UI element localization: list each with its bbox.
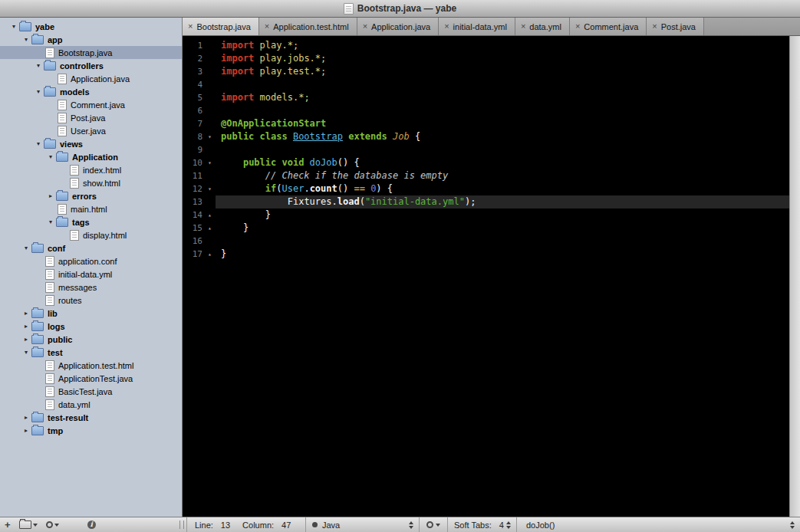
tab-Application.test.html[interactable]: ×Application.test.html [259, 18, 357, 35]
disclosure-open-icon[interactable]: ▾ [46, 150, 55, 163]
code-line-6[interactable]: 6 [183, 104, 789, 117]
disclosure-open-icon[interactable]: ▾ [21, 241, 31, 255]
code-line-9[interactable]: 9 [183, 143, 789, 156]
tab-close-icon[interactable]: × [363, 22, 367, 31]
tree-folder-yabe[interactable]: ▾yabe [0, 20, 182, 33]
symbol-popup[interactable]: doJob() [516, 517, 800, 532]
tab-Comment.java[interactable]: ×Comment.java [570, 18, 647, 35]
tree-folder-test-result[interactable]: ▸test-result [0, 411, 182, 424]
tab-Bootstrap.java[interactable]: ×Bootstrap.java [183, 18, 259, 35]
code-line-11[interactable]: 11 // Check if the database is empty [183, 169, 789, 182]
code-token: () { [337, 157, 360, 168]
disclosure-open-icon[interactable]: ▾ [21, 33, 31, 46]
disclosure-open-icon[interactable]: ▾ [46, 215, 55, 228]
tree-file-Comment.java[interactable]: Comment.java [0, 98, 182, 111]
tree-item-label: Application [72, 153, 118, 162]
actions-menu-button[interactable] [46, 521, 59, 528]
disclosure-closed-icon[interactable]: ▸ [21, 411, 31, 424]
tree-file-User.java[interactable]: User.java [0, 124, 182, 137]
code-line-1[interactable]: 1import play.*; [183, 39, 789, 52]
code-area[interactable]: 1import play.*;2import play.jobs.*;3impo… [183, 36, 789, 517]
disclosure-closed-icon[interactable]: ▸ [46, 189, 55, 202]
code-token: play.jobs.*; [254, 53, 326, 64]
tree-file-ApplicationTest.java[interactable]: ApplicationTest.java [0, 372, 182, 385]
tree-file-messages[interactable]: messages [0, 281, 182, 294]
disclosure-open-icon[interactable]: ▾ [9, 20, 18, 33]
tree-folder-models[interactable]: ▾models [0, 85, 182, 98]
tree-file-data.yml[interactable]: data.yml [0, 398, 182, 411]
tree-folder-lib[interactable]: ▸lib [0, 307, 182, 320]
language-popup[interactable]: Java [305, 517, 419, 532]
drawer-resize-handle[interactable] [176, 517, 186, 532]
tree-file-main.html[interactable]: main.html [0, 202, 182, 215]
code-line-10[interactable]: 10▾ public void doJob() { [183, 156, 789, 169]
disclosure-open-icon[interactable]: ▾ [34, 85, 43, 98]
tab-close-icon[interactable]: × [188, 22, 193, 31]
tree-folder-logs[interactable]: ▸logs [0, 320, 182, 333]
code-line-17[interactable]: 17▴} [183, 248, 789, 261]
tab-Application.java[interactable]: ×Application.java [357, 18, 440, 35]
tab-close-icon[interactable]: × [265, 22, 269, 31]
fold-down-icon: ▾ [204, 182, 216, 195]
disclosure-open-icon[interactable]: ▾ [34, 137, 43, 150]
file-icon [45, 386, 54, 397]
tab-Post.java[interactable]: ×Post.java [647, 18, 704, 35]
tab-initial-data.yml[interactable]: ×initial-data.yml [439, 18, 515, 35]
tree-file-Application.java[interactable]: Application.java [0, 72, 182, 85]
tab-size-popup[interactable]: Soft Tabs: 4 [447, 517, 516, 532]
tree-folder-views[interactable]: ▾views [0, 137, 182, 150]
tab-close-icon[interactable]: × [652, 22, 657, 31]
tree-folder-errors[interactable]: ▸errors [0, 189, 182, 202]
code-token: ) { [376, 183, 393, 194]
new-file-button[interactable]: + [5, 520, 11, 530]
code-line-14[interactable]: 14▴ } [183, 209, 789, 222]
file-icon [45, 360, 54, 371]
tree-file-BasicTest.java[interactable]: BasicTest.java [0, 385, 182, 398]
tree-file-display.html[interactable]: display.html [0, 228, 182, 241]
info-button[interactable]: i [67, 521, 96, 529]
tree-folder-app[interactable]: ▾app [0, 33, 182, 46]
tree-file-Application.test.html[interactable]: Application.test.html [0, 359, 182, 372]
bundle-menu-button[interactable] [419, 517, 447, 532]
tree-file-routes[interactable]: routes [0, 294, 182, 307]
disclosure-closed-icon[interactable]: ▸ [21, 333, 31, 346]
disclosure-open-icon[interactable]: ▾ [21, 346, 31, 359]
tab-close-icon[interactable]: × [575, 22, 580, 31]
tree-item-label: tags [72, 218, 90, 227]
disclosure-closed-icon[interactable]: ▸ [21, 424, 31, 437]
code-line-3[interactable]: 3import play.test.*; [183, 65, 789, 78]
fold-spacer [204, 52, 216, 65]
tree-file-initial-data.yml[interactable]: initial-data.yml [0, 268, 182, 281]
tree-item-label: errors [72, 192, 97, 201]
disclosure-open-icon[interactable]: ▾ [34, 59, 43, 72]
new-folder-button[interactable] [19, 521, 38, 529]
tab-data.yml[interactable]: ×data.yml [515, 18, 570, 35]
tree-file-application.conf[interactable]: application.conf [0, 255, 182, 268]
tree-folder-conf[interactable]: ▾conf [0, 241, 182, 255]
disclosure-closed-icon[interactable]: ▸ [21, 320, 31, 333]
folder-icon [31, 309, 44, 318]
tree-file-Post.java[interactable]: Post.java [0, 111, 182, 124]
code-line-13[interactable]: 13 Fixtures.load("initial-data.yml"); [183, 195, 789, 209]
tree-folder-test[interactable]: ▾test [0, 346, 182, 359]
disclosure-closed-icon[interactable]: ▸ [21, 307, 31, 320]
tree-folder-tags[interactable]: ▾tags [0, 215, 182, 228]
tree-folder-public[interactable]: ▸public [0, 333, 182, 346]
code-line-8[interactable]: 8▾public class Bootstrap extends Job { [183, 130, 789, 143]
code-line-12[interactable]: 12▾ if(User.count() == 0) { [183, 182, 789, 195]
tree-folder-controllers[interactable]: ▾controllers [0, 59, 182, 72]
tree-file-show.html[interactable]: show.html [0, 176, 182, 189]
code-line-4[interactable]: 4 [183, 78, 789, 91]
tree-folder-Application[interactable]: ▾Application [0, 150, 182, 163]
code-line-7[interactable]: 7@OnApplicationStart [183, 117, 789, 130]
tree-folder-tmp[interactable]: ▸tmp [0, 424, 182, 437]
code-line-5[interactable]: 5import models.*; [183, 91, 789, 104]
tree-file-Bootstrap.java[interactable]: Bootstrap.java [0, 46, 182, 59]
tree-file-index.html[interactable]: index.html [0, 163, 182, 176]
scrollbar[interactable] [789, 36, 800, 517]
code-line-15[interactable]: 15▴ } [183, 222, 789, 235]
code-line-16[interactable]: 16 [183, 235, 789, 248]
tab-close-icon[interactable]: × [521, 22, 525, 31]
tab-close-icon[interactable]: × [444, 22, 449, 31]
code-line-2[interactable]: 2import play.jobs.*; [183, 52, 789, 65]
